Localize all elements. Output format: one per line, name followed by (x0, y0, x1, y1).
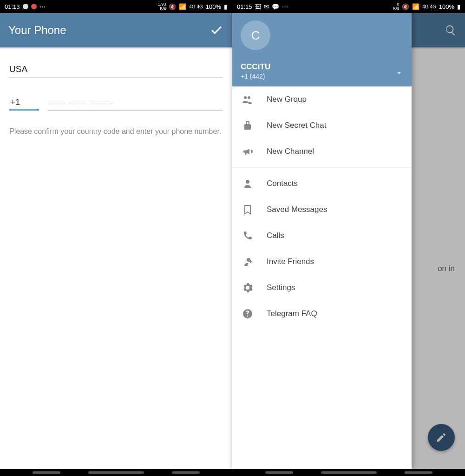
search-button[interactable] (445, 24, 457, 36)
nav-back[interactable] (405, 471, 432, 474)
lock-icon (242, 120, 254, 131)
drawer-separator (232, 167, 412, 168)
country-code-input[interactable]: +1 (9, 95, 39, 111)
drawer-item-label: New Channel (267, 147, 314, 156)
phone-number-input[interactable]: ––– ––– –––– (47, 96, 223, 111)
drawer-item-invite[interactable]: Invite Friends (232, 249, 412, 275)
status-time: 01:15 (237, 3, 252, 10)
status-time: 01:13 (5, 3, 20, 10)
status-icon (23, 4, 28, 9)
country-field[interactable]: USA (9, 61, 223, 78)
appbar: Your Phone (0, 13, 232, 47)
account-phone: +1 (442) (241, 73, 403, 80)
compose-fab[interactable] (428, 424, 455, 451)
drawer-item-label: Invite Friends (267, 257, 314, 266)
drawer-item-label: Calls (267, 231, 284, 240)
drawer-list: New GroupNew Secret ChatNew ChannelConta… (232, 86, 412, 469)
drawer-item-label: New Secret Chat (267, 121, 327, 130)
megaphone-icon (242, 146, 254, 157)
avatar[interactable]: C (241, 20, 270, 50)
status-bar: 01:15 🖼 ✉ 💬 ⋯ 0 K/s 🔇 📶 4G 4G 100% ▮ (232, 0, 465, 13)
drawer-item-new-channel[interactable]: New Channel (232, 139, 412, 165)
nav-home[interactable] (321, 471, 377, 474)
drawer-item-new-group[interactable]: New Group (232, 86, 412, 112)
status-icon: 💬 (272, 3, 279, 10)
drawer-item-label: New Group (267, 95, 307, 104)
drawer-item-faq[interactable]: Telegram FAQ (232, 301, 412, 327)
drawer-item-contacts[interactable]: Contacts (232, 171, 412, 197)
screen-drawer: 01:15 🖼 ✉ 💬 ⋯ 0 K/s 🔇 📶 4G 4G 100% ▮ on … (232, 0, 465, 476)
drawer-item-calls[interactable]: Calls (232, 223, 412, 249)
drawer-header[interactable]: C CCCiTU +1 (442) (232, 13, 412, 86)
screen-login: 01:13 ⋯ 1.93 K/s 🔇 📶 4G 4G 100% ▮ Your P… (0, 0, 232, 476)
login-form: USA +1 ––– ––– –––– Please confirm your … (0, 47, 232, 137)
mute-icon: 🔇 (402, 3, 409, 10)
battery-icon: ▮ (457, 3, 460, 10)
drawer-item-saved[interactable]: Saved Messages (232, 197, 412, 223)
navigation-drawer: C CCCiTU +1 (442) New GroupNew Secret Ch… (232, 13, 412, 469)
phone-icon (242, 230, 254, 241)
nav-recent[interactable] (33, 471, 60, 474)
help-icon (242, 308, 254, 319)
drawer-item-settings[interactable]: Settings (232, 275, 412, 301)
nav-recent[interactable] (265, 471, 293, 474)
account-expand-icon[interactable] (395, 69, 403, 77)
android-navbar (0, 469, 232, 476)
page-title: Your Phone (8, 24, 66, 37)
invite-icon (242, 256, 254, 267)
status-netspeed: 0 K/s (393, 2, 399, 11)
drawer-item-label: Saved Messages (267, 205, 327, 214)
drawer-item-label: Telegram FAQ (267, 309, 317, 318)
nav-home[interactable] (88, 471, 144, 474)
wifi-icon: 📶 (179, 3, 186, 10)
status-icon: ⋯ (282, 3, 288, 10)
wifi-icon: 📶 (412, 3, 419, 10)
drawer-item-secret-chat[interactable]: New Secret Chat (232, 112, 412, 139)
status-battery: 100% (439, 3, 454, 10)
nav-back[interactable] (172, 471, 200, 474)
gear-icon (242, 282, 254, 293)
status-netspeed: 1.93 K/s (158, 2, 166, 11)
status-battery: 100% (206, 3, 221, 10)
person-icon (242, 178, 254, 189)
confirm-button[interactable] (210, 23, 223, 37)
status-net: 4G 4G (422, 4, 436, 9)
status-net: 4G 4G (189, 4, 203, 9)
help-text: Please confirm your country code and ent… (9, 126, 223, 137)
account-name: CCCiTU (241, 62, 403, 72)
people-icon (242, 94, 254, 105)
behind-text: on in (438, 264, 455, 273)
drawer-item-label: Contacts (267, 179, 298, 188)
android-navbar (232, 469, 465, 476)
status-icon: ✉ (264, 3, 269, 10)
mute-icon: 🔇 (169, 3, 176, 10)
drawer-item-label: Settings (267, 283, 295, 292)
battery-icon: ▮ (224, 3, 227, 10)
bookmark-icon (242, 204, 254, 215)
status-icon: 🖼 (255, 3, 261, 10)
status-icon: ⋯ (39, 3, 46, 10)
status-icon (31, 4, 37, 9)
status-bar: 01:13 ⋯ 1.93 K/s 🔇 📶 4G 4G 100% ▮ (0, 0, 232, 13)
